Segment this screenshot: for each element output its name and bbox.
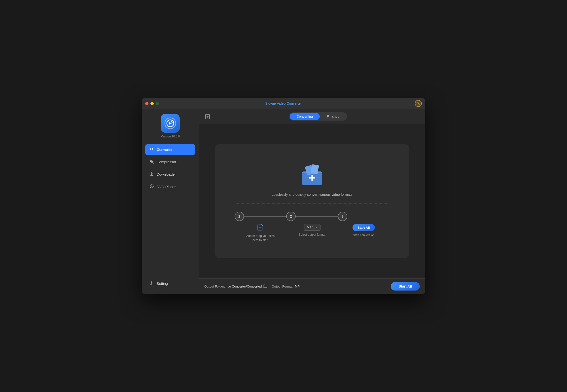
add-file-button[interactable] [204,113,212,121]
version-label: Version 10.0.0 [161,135,180,138]
drop-icon [297,160,327,189]
drop-description: Losslessly and quickly convert various v… [272,193,352,196]
content-header: Converting Finished [199,109,425,124]
app-logo: Version 10.0.0 [145,114,195,138]
traffic-lights [145,102,159,105]
add-files-icon [257,224,264,232]
output-format-value: MP4 [295,285,302,288]
setting-icon [149,281,154,286]
nav-label-converter: Converter [157,148,173,152]
step-3-circle: 3 [338,212,347,221]
sidebar: Version 10.0.0 Converter [142,109,199,294]
svg-point-9 [151,186,152,187]
format-dropdown-arrow: ▼ [315,226,317,229]
title-accent: Siovue [265,101,277,105]
downloader-icon [149,172,154,177]
title-main: Video Converter [277,101,302,105]
step-2-content: MP4 ▼ Select output format [299,224,325,237]
nav-items: Converter Compressor [145,144,195,211]
step-1-content: Add or drag your fileshere to start [246,224,275,242]
nav-item-dvd-ripper[interactable]: DVD Ripper [145,181,195,192]
user-avatar[interactable] [415,100,422,107]
step-2-number: 2 [290,214,292,218]
step-1-label: Add or drag your fileshere to start [246,234,275,242]
step-3-label: Start conversion [353,233,375,237]
nav-item-converter[interactable]: Converter [145,144,195,155]
steps-container: 1 [235,212,390,242]
converter-icon [149,147,154,152]
step-3-content: Start All Start conversion [353,224,375,237]
step-2-line [296,216,338,217]
nav-item-downloader[interactable]: Downloader [145,169,195,180]
svg-point-0 [418,102,419,103]
step-1-line [244,216,286,217]
compressor-icon [149,159,154,165]
nav-label-downloader: Downloader [157,172,176,176]
svg-point-10 [151,283,152,284]
format-value: MP4 [307,226,314,229]
tab-finished[interactable]: Finished [320,113,346,120]
folder-icon[interactable] [263,284,267,289]
window-title: Siovue Video Converter [265,101,302,105]
step-1-circle: 1 [235,212,244,221]
start-all-button[interactable]: Start All [353,224,375,231]
logo-icon [161,114,180,133]
step-3-number: 3 [342,214,344,218]
maximize-button[interactable] [156,102,159,105]
drop-zone[interactable]: Losslessly and quickly convert various v… [215,144,409,258]
output-format-label: Output Format: [272,285,293,288]
content-area: Converting Finished [199,109,425,294]
output-folder-label: Output Folder: [204,285,225,288]
divider [235,203,390,204]
footer: Output Folder: ...o Converter/Converted … [199,278,425,294]
step-2: 2 MP4 ▼ Select output format [286,212,338,237]
format-selector[interactable]: MP4 ▼ [304,224,321,231]
nav-item-compressor[interactable]: Compressor [145,157,195,167]
close-button[interactable] [145,102,148,105]
main-content: Version 10.0.0 Converter [142,109,425,294]
tab-converting[interactable]: Converting [290,113,320,120]
step-1-number: 1 [238,214,240,218]
nav-label-compressor: Compressor [157,160,176,164]
output-folder-value: ...o Converter/Converted [226,285,262,288]
titlebar: Siovue Video Converter [142,98,425,109]
minimize-button[interactable] [150,102,154,105]
setting-label: Setting [157,282,168,286]
setting-item[interactable]: Setting [145,278,195,289]
nav-label-dvd-ripper: DVD Ripper [157,185,176,189]
dvd-ripper-icon [149,184,154,190]
step-3: 3 Start All Start conversion [338,212,390,237]
footer-start-all-button[interactable]: Start All [391,282,420,291]
app-window: Siovue Video Converter Ver [142,98,425,294]
tab-switcher: Converting Finished [289,112,347,121]
content-body: Losslessly and quickly convert various v… [199,124,425,278]
step-2-circle: 2 [286,212,296,221]
step-1: 1 [235,212,286,242]
step-2-label: Select output format [299,233,325,237]
